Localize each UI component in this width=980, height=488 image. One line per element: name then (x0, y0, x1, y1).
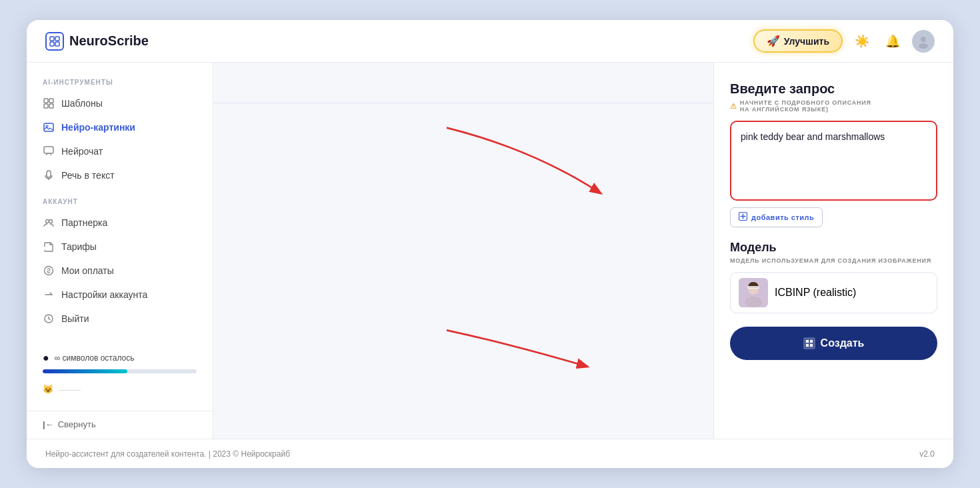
footer-version: v2.0 (919, 449, 935, 459)
sidebar-item-speech[interactable]: Речь в текст (27, 163, 213, 187)
create-icon (803, 337, 815, 349)
profile-row[interactable]: 😺 ——— (43, 380, 197, 398)
sidebar-templates-label: Шаблоны (61, 98, 103, 109)
progress-fill (43, 369, 127, 373)
rocket-icon: 🚀 (767, 35, 780, 47)
speech-icon (43, 169, 55, 181)
svg-rect-25 (806, 340, 809, 343)
logo: NeuroScribe (45, 32, 149, 51)
account-settings-icon (43, 289, 55, 301)
logo-neuro: Neuro (69, 33, 108, 48)
canvas-divider (213, 103, 713, 103)
collapse-button[interactable]: |← Свернуть (27, 411, 213, 439)
right-panel: Введите запрос ⚠ НАЧНИТЕ С ПОДРОБНОГО ОП… (713, 63, 953, 439)
svg-rect-8 (44, 104, 48, 108)
svg-rect-24 (747, 286, 759, 289)
symbols-section: ● ∞ символов осталось 😺 ——— (27, 352, 213, 398)
sidebar-tariffs-label: Тарифы (61, 241, 97, 252)
sidebar-neuro-chat-label: Нейрочат (61, 146, 103, 157)
sun-icon: ☀️ (855, 34, 869, 49)
footer: Нейро-ассистент для создателей контента.… (27, 439, 953, 468)
sidebar-payments-label: Мои оплаты (61, 265, 114, 276)
profile-placeholder: ——— (59, 385, 81, 393)
create-button[interactable]: Создать (730, 327, 937, 360)
neuro-chat-icon (43, 145, 55, 157)
svg-rect-7 (49, 99, 53, 103)
sidebar-ai-section: AI-ИНСТРУМЕНТЫ Шаблоны (27, 79, 213, 187)
model-name: ICBINP (realistic) (775, 287, 856, 299)
sidebar-account-settings-label: Настройки аккаунта (61, 289, 147, 300)
add-style-button[interactable]: добавить стиль (730, 207, 823, 227)
svg-point-11 (46, 125, 48, 127)
sidebar-item-neuro-images[interactable]: Нейро-картинки (27, 115, 213, 139)
svg-point-15 (49, 220, 53, 223)
sidebar-item-payments[interactable]: Мои оплаты (27, 259, 213, 283)
logo-icon (45, 32, 64, 51)
infinity-icon: ● (43, 352, 49, 364)
notification-button[interactable]: 🔔 (881, 30, 904, 53)
neuro-images-icon (43, 121, 55, 133)
svg-point-5 (919, 43, 928, 49)
model-thumbnail (739, 278, 768, 307)
model-selector[interactable]: ICBINP (realistic) (730, 272, 937, 313)
create-label: Создать (821, 337, 865, 349)
content-area: Введите запрос ⚠ НАЧНИТЕ С ПОДРОБНОГО ОП… (213, 63, 953, 439)
svg-point-14 (46, 220, 49, 223)
annotation-arrows (213, 63, 713, 439)
main-body: AI-ИНСТРУМЕНТЫ Шаблоны (27, 63, 953, 439)
symbols-label: ∞ символов осталось (55, 353, 135, 363)
svg-rect-28 (810, 344, 813, 347)
sidebar-speech-label: Речь в текст (61, 170, 115, 181)
sidebar-item-partner[interactable]: Партнерка (27, 211, 213, 235)
svg-rect-2 (50, 42, 54, 46)
upgrade-label: Улучшить (784, 36, 829, 47)
svg-rect-10 (44, 123, 53, 131)
tariffs-icon (43, 241, 55, 253)
svg-point-22 (745, 297, 762, 307)
prompt-subtitle-text: НАЧНИТЕ С ПОДРОБНОГО ОПИСАНИЯ НА АНГЛИЙС… (740, 99, 871, 113)
warning-icon: ⚠ (730, 102, 737, 111)
add-style-label: добавить стиль (751, 213, 814, 221)
sidebar-item-account-settings[interactable]: Настройки аккаунта (27, 283, 213, 307)
svg-rect-6 (44, 99, 48, 103)
sidebar-item-tariffs[interactable]: Тарифы (27, 235, 213, 259)
sidebar-item-neuro-chat[interactable]: Нейрочат (27, 139, 213, 163)
svg-rect-12 (44, 147, 53, 153)
sidebar-neuro-images-label: Нейро-картинки (61, 122, 135, 133)
collapse-label: Свернуть (58, 419, 96, 429)
sidebar-account-section: АККАУНТ Партнерка (27, 198, 213, 331)
svg-rect-26 (810, 340, 813, 343)
sidebar-item-templates[interactable]: Шаблоны (27, 91, 213, 115)
model-subtitle: МОДЕЛЬ ИСПОЛЬЗУЕМАЯ ДЛЯ СОЗДАНИЯ ИЗОБРАЖ… (730, 257, 937, 264)
svg-point-4 (921, 37, 926, 42)
sidebar-logout-label: Выйти (61, 313, 89, 324)
add-style-icon (739, 212, 747, 223)
main-canvas (213, 63, 713, 439)
profile-emoji: 😺 (43, 384, 53, 394)
header-actions: 🚀 Улучшить ☀️ 🔔 (753, 29, 935, 53)
header: NeuroScribe 🚀 Улучшить ☀️ 🔔 (27, 20, 953, 63)
theme-toggle-button[interactable]: ☀️ (851, 30, 873, 53)
sidebar-item-logout[interactable]: Выйти (27, 307, 213, 331)
avatar[interactable] (912, 30, 935, 53)
upgrade-button[interactable]: 🚀 Улучшить (753, 29, 843, 53)
bell-icon: 🔔 (885, 34, 900, 49)
logout-icon (43, 313, 55, 325)
partner-icon (43, 217, 55, 229)
sidebar-partner-label: Партнерка (61, 217, 107, 228)
payments-icon (43, 265, 55, 277)
prompt-textarea[interactable]: pink teddy bear and marshmallows (730, 121, 937, 201)
model-title: Модель (730, 241, 937, 255)
progress-bar (43, 369, 197, 373)
templates-icon (43, 97, 55, 109)
logo-scribe: Scribe (108, 33, 149, 48)
svg-rect-27 (806, 344, 809, 347)
svg-rect-3 (55, 42, 59, 46)
ai-section-label: AI-ИНСТРУМЕНТЫ (27, 79, 213, 86)
svg-rect-1 (55, 37, 59, 41)
collapse-arrow-icon: |← (43, 419, 54, 429)
account-section-label: АККАУНТ (27, 198, 213, 205)
model-section: Модель МОДЕЛЬ ИСПОЛЬЗУЕМАЯ ДЛЯ СОЗДАНИЯ … (730, 241, 937, 313)
prompt-title: Введите запрос (730, 81, 937, 97)
sidebar: AI-ИНСТРУМЕНТЫ Шаблоны (27, 63, 213, 439)
